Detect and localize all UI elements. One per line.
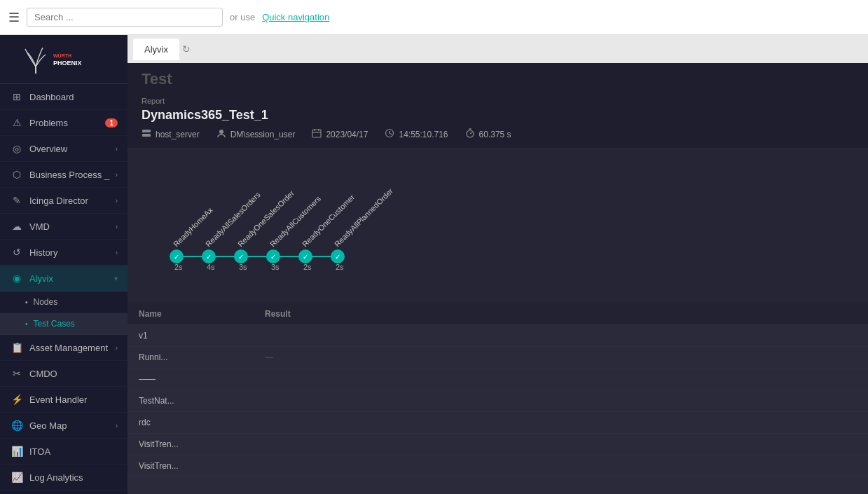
meta-date-value: 2023/04/17 (326, 130, 368, 139)
row-name: TestNat... (139, 396, 265, 406)
svg-text:WÜRTH: WÜRTH (53, 53, 71, 58)
table-row[interactable]: TestNat... (128, 390, 868, 412)
history-icon: ↺ (10, 247, 24, 258)
menu-icon[interactable]: ☰ (8, 10, 20, 25)
sidebar-item-problems[interactable]: ⚠ Problems 1 (0, 110, 128, 136)
sidebar-item-dashboard[interactable]: ⊞ Dashboard (0, 84, 128, 110)
sidebar-item-itoa[interactable]: 📊 ITOA (0, 439, 128, 465)
nodes-label: Nodes (34, 297, 58, 307)
event-handler-icon: ⚡ (10, 394, 24, 405)
meta-duration: 60.375 s (465, 128, 511, 140)
row-result (265, 461, 335, 471)
row-result (265, 396, 335, 406)
geo-map-icon: 🌐 (10, 420, 24, 431)
alyvix-icon: ◉ (10, 273, 24, 284)
quick-nav-link[interactable]: Quick navigation (262, 12, 329, 22)
sidebar-sub-test-cases[interactable]: Test Cases (0, 313, 128, 335)
sidebar-item-business-process[interactable]: ⬡ Business Process _ › (0, 162, 128, 188)
row-result (265, 331, 335, 341)
itoa-icon: 📊 (10, 446, 24, 457)
svg-text:✓: ✓ (206, 253, 212, 261)
sidebar: WÜRTH PHOENIX ⊞ Dashboard ⚠ Problems 1 ◎… (0, 35, 128, 494)
svg-text:✓: ✓ (335, 253, 340, 261)
topbar: ☰ or use Quick navigation (0, 0, 868, 35)
expand-arrow-icon: › (116, 171, 118, 179)
icinga-director-icon: ✎ (10, 195, 24, 206)
vmd-icon: ☁ (10, 221, 24, 232)
report-title: Dynamics365_Test_1 (142, 108, 854, 123)
svg-text:3s: 3s (271, 263, 280, 271)
sidebar-item-label: Event Handler (29, 394, 118, 405)
svg-text:4s: 4s (207, 263, 215, 271)
sidebar-item-event-handler[interactable]: ⚡ Event Handler (0, 387, 128, 413)
table-row[interactable]: VisitTren... (128, 434, 868, 455)
meta-duration-value: 60.375 s (479, 130, 511, 139)
row-result: — (265, 352, 335, 362)
expand-arrow-icon: › (116, 344, 118, 352)
svg-text:ReadyOneSalesOrder: ReadyOneSalesOrder (236, 188, 296, 248)
svg-text:✓: ✓ (303, 253, 308, 261)
sidebar-sub-nodes[interactable]: Nodes (0, 291, 128, 313)
sidebar-item-label: ITOA (29, 446, 118, 457)
tab-alyvix[interactable]: Alyvix (133, 39, 179, 60)
svg-point-6 (149, 135, 150, 136)
sidebar-item-asset-management[interactable]: 📋 Asset Management › (0, 335, 128, 361)
expand-arrow-icon: ▾ (114, 275, 118, 282)
col-header-result: Result (265, 309, 335, 319)
row-result (265, 374, 335, 384)
sidebar-item-history[interactable]: ↺ History › (0, 240, 128, 266)
sidebar-item-geo-map[interactable]: 🌐 Geo Map › (0, 413, 128, 439)
expand-arrow-icon: › (116, 249, 118, 256)
table-area: Name Result v1 Runni... — —— TestNat... … (128, 303, 868, 494)
flow-diagram-svg: ReadyHomeAx ReadyAllSalesOrders ReadyOne… (142, 163, 854, 275)
sidebar-item-label: Geo Map (29, 420, 116, 431)
content-area: Alyvix ↻ Test Report Dynamics365_Test_1 … (128, 35, 868, 494)
sidebar-item-label: Asset Management (29, 343, 116, 353)
svg-text:3s: 3s (239, 263, 247, 271)
svg-line-18 (470, 132, 472, 134)
row-name: rdc (139, 418, 265, 427)
sidebar-item-label: History (29, 247, 116, 258)
sidebar-item-label: Business Process _ (29, 170, 116, 180)
expand-arrow-icon: › (116, 223, 118, 231)
main-layout: WÜRTH PHOENIX ⊞ Dashboard ⚠ Problems 1 ◎… (0, 35, 868, 494)
search-input[interactable] (27, 8, 223, 27)
sidebar-item-alyvix[interactable]: ◉ Alyvix ▾ (0, 266, 128, 291)
page-title-partial: Test (142, 70, 172, 88)
sidebar-item-label: Log Analytics (29, 472, 118, 483)
overview-icon: ◎ (10, 143, 24, 154)
logo-svg: WÜRTH PHOENIX (15, 42, 113, 77)
meta-server: host_server (142, 128, 200, 140)
svg-text:2s: 2s (303, 263, 312, 271)
expand-arrow-icon: › (116, 422, 118, 430)
table-row[interactable]: —— (128, 369, 868, 390)
row-result (265, 418, 335, 427)
sidebar-item-label: VMD (29, 221, 116, 232)
flow-diagram-area: ReadyHomeAx ReadyAllSalesOrders ReadyOne… (128, 149, 868, 303)
report-meta: host_server DM\session_user 2023/04/17 (142, 128, 854, 140)
table-row[interactable]: v1 (128, 325, 868, 347)
sidebar-item-vmd[interactable]: ☁ VMD › (0, 214, 128, 240)
svg-point-7 (219, 130, 223, 134)
table-row[interactable]: rdc (128, 412, 868, 434)
meta-time: 14:55:10.716 (385, 128, 448, 140)
report-label: Report (142, 97, 854, 105)
table-row[interactable]: VisitTren... (128, 455, 868, 477)
sidebar-item-icinga-director[interactable]: ✎ Icinga Director › (0, 188, 128, 214)
svg-line-14 (390, 133, 392, 135)
sidebar-item-label: Problems (29, 118, 105, 128)
sidebar-item-cmdo[interactable]: ✂ CMDO (0, 361, 128, 387)
sidebar-item-label: Dashboard (29, 92, 118, 102)
table-row[interactable]: Runni... — (128, 347, 868, 369)
tab-refresh[interactable]: ↻ (179, 41, 193, 57)
sidebar-logo: WÜRTH PHOENIX (0, 35, 128, 84)
row-name: VisitTren... (139, 461, 265, 471)
svg-text:✓: ✓ (270, 253, 276, 261)
sidebar-item-log-analytics[interactable]: 📈 Log Analytics (0, 465, 128, 490)
expand-arrow-icon: › (116, 145, 118, 153)
col-header-name: Name (139, 309, 265, 319)
cmdo-icon: ✂ (10, 368, 24, 379)
meta-user: DM\session_user (216, 128, 296, 140)
dashboard-icon: ⊞ (10, 91, 24, 102)
sidebar-item-overview[interactable]: ◎ Overview › (0, 136, 128, 162)
